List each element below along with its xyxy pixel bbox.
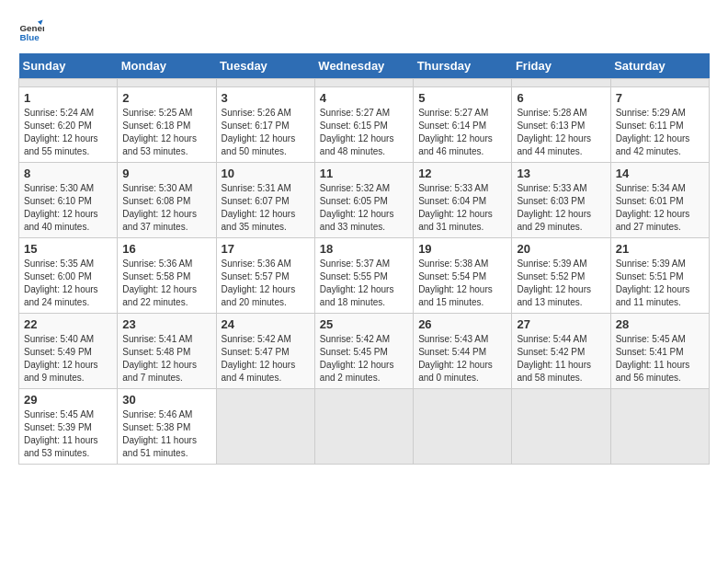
calendar-cell [512, 79, 610, 87]
day-number: 19 [418, 242, 506, 256]
calendar-cell [216, 79, 314, 87]
calendar-cell: 13 Sunrise: 5:33 AMSunset: 6:03 PMDaylig… [512, 163, 610, 238]
calendar-cell: 30 Sunrise: 5:46 AMSunset: 5:38 PMDaylig… [118, 389, 216, 465]
day-detail: Sunrise: 5:29 AMSunset: 6:11 PMDaylight:… [616, 107, 704, 158]
calendar-cell [414, 389, 512, 465]
day-detail: Sunrise: 5:35 AMSunset: 6:00 PMDaylight:… [24, 258, 112, 309]
calendar-cell [118, 79, 216, 87]
calendar-cell [610, 389, 709, 465]
day-header-tuesday: Tuesday [216, 53, 314, 79]
day-number: 9 [122, 167, 210, 180]
calendar-header-row: SundayMondayTuesdayWednesdayThursdayFrid… [19, 53, 710, 79]
logo-icon: General Blue [18, 18, 44, 44]
day-number: 22 [24, 317, 112, 331]
calendar-cell: 28 Sunrise: 5:45 AMSunset: 5:41 PMDaylig… [610, 314, 709, 389]
calendar-cell: 19 Sunrise: 5:38 AMSunset: 5:54 PMDaylig… [414, 238, 512, 314]
calendar-cell: 14 Sunrise: 5:34 AMSunset: 6:01 PMDaylig… [610, 163, 709, 238]
day-detail: Sunrise: 5:30 AMSunset: 6:10 PMDaylight:… [24, 182, 112, 234]
day-detail: Sunrise: 5:34 AMSunset: 6:01 PMDaylight:… [616, 182, 704, 234]
day-number: 11 [320, 167, 408, 180]
day-detail: Sunrise: 5:27 AMSunset: 6:15 PMDaylight:… [320, 107, 408, 158]
day-number: 3 [222, 91, 310, 105]
day-number: 24 [222, 317, 310, 331]
day-number: 28 [616, 317, 704, 331]
calendar-cell: 9 Sunrise: 5:30 AMSunset: 6:08 PMDayligh… [118, 163, 216, 238]
calendar-cell: 20 Sunrise: 5:39 AMSunset: 5:52 PMDaylig… [512, 238, 610, 314]
day-number: 14 [616, 167, 704, 180]
day-number: 18 [320, 242, 408, 256]
day-header-saturday: Saturday [610, 53, 709, 79]
day-detail: Sunrise: 5:41 AMSunset: 5:48 PMDaylight:… [122, 333, 210, 385]
day-detail: Sunrise: 5:31 AMSunset: 6:07 PMDaylight:… [222, 182, 310, 234]
calendar-cell: 27 Sunrise: 5:44 AMSunset: 5:42 PMDaylig… [512, 314, 610, 389]
day-number: 29 [24, 393, 112, 407]
day-number: 20 [517, 242, 605, 256]
calendar-week-4: 22 Sunrise: 5:40 AMSunset: 5:49 PMDaylig… [19, 314, 710, 389]
calendar-week-5: 29 Sunrise: 5:45 AMSunset: 5:39 PMDaylig… [19, 389, 710, 465]
day-header-monday: Monday [118, 53, 216, 79]
calendar-cell: 8 Sunrise: 5:30 AMSunset: 6:10 PMDayligh… [19, 163, 118, 238]
calendar-cell: 24 Sunrise: 5:42 AMSunset: 5:47 PMDaylig… [216, 314, 314, 389]
day-number: 26 [418, 317, 506, 331]
day-number: 10 [222, 167, 310, 180]
day-number: 12 [418, 167, 506, 180]
day-detail: Sunrise: 5:39 AMSunset: 5:52 PMDaylight:… [517, 258, 605, 309]
day-detail: Sunrise: 5:26 AMSunset: 6:17 PMDaylight:… [222, 107, 310, 158]
day-number: 30 [122, 393, 210, 407]
day-detail: Sunrise: 5:25 AMSunset: 6:18 PMDaylight:… [122, 107, 210, 158]
day-detail: Sunrise: 5:45 AMSunset: 5:41 PMDaylight:… [616, 333, 704, 385]
day-detail: Sunrise: 5:42 AMSunset: 5:47 PMDaylight:… [222, 333, 310, 385]
day-detail: Sunrise: 5:43 AMSunset: 5:44 PMDaylight:… [418, 333, 506, 385]
calendar-cell: 22 Sunrise: 5:40 AMSunset: 5:49 PMDaylig… [19, 314, 118, 389]
calendar-cell: 23 Sunrise: 5:41 AMSunset: 5:48 PMDaylig… [118, 314, 216, 389]
calendar-cell [512, 389, 610, 465]
day-detail: Sunrise: 5:28 AMSunset: 6:13 PMDaylight:… [517, 107, 605, 158]
calendar-cell: 16 Sunrise: 5:36 AMSunset: 5:58 PMDaylig… [118, 238, 216, 314]
day-number: 25 [320, 317, 408, 331]
calendar-week-0 [19, 79, 710, 87]
day-detail: Sunrise: 5:42 AMSunset: 5:45 PMDaylight:… [320, 333, 408, 385]
calendar-cell: 3 Sunrise: 5:26 AMSunset: 6:17 PMDayligh… [216, 87, 314, 163]
day-detail: Sunrise: 5:40 AMSunset: 5:49 PMDaylight:… [24, 333, 112, 385]
logo: General Blue [18, 18, 48, 44]
day-detail: Sunrise: 5:24 AMSunset: 6:20 PMDaylight:… [24, 107, 112, 158]
calendar-cell [19, 79, 118, 87]
day-number: 6 [517, 91, 605, 105]
day-header-wednesday: Wednesday [314, 53, 413, 79]
calendar-cell: 12 Sunrise: 5:33 AMSunset: 6:04 PMDaylig… [414, 163, 512, 238]
day-header-thursday: Thursday [414, 53, 512, 79]
day-detail: Sunrise: 5:46 AMSunset: 5:38 PMDaylight:… [122, 408, 210, 460]
calendar-cell: 10 Sunrise: 5:31 AMSunset: 6:07 PMDaylig… [216, 163, 314, 238]
calendar-cell: 6 Sunrise: 5:28 AMSunset: 6:13 PMDayligh… [512, 87, 610, 163]
day-number: 7 [616, 91, 704, 105]
day-number: 5 [418, 91, 506, 105]
day-number: 13 [517, 167, 605, 180]
day-number: 2 [122, 91, 210, 105]
day-header-sunday: Sunday [19, 53, 118, 79]
page-header: General Blue [18, 18, 710, 44]
day-detail: Sunrise: 5:45 AMSunset: 5:39 PMDaylight:… [24, 408, 112, 460]
day-number: 16 [122, 242, 210, 256]
day-number: 15 [24, 242, 112, 256]
day-header-friday: Friday [512, 53, 610, 79]
day-detail: Sunrise: 5:37 AMSunset: 5:55 PMDaylight:… [320, 258, 408, 309]
day-detail: Sunrise: 5:39 AMSunset: 5:51 PMDaylight:… [616, 258, 704, 309]
calendar-table: SundayMondayTuesdayWednesdayThursdayFrid… [18, 53, 710, 465]
calendar-cell [314, 389, 413, 465]
day-detail: Sunrise: 5:33 AMSunset: 6:03 PMDaylight:… [517, 182, 605, 234]
calendar-cell: 29 Sunrise: 5:45 AMSunset: 5:39 PMDaylig… [19, 389, 118, 465]
day-number: 1 [24, 91, 112, 105]
day-number: 21 [616, 242, 704, 256]
day-detail: Sunrise: 5:44 AMSunset: 5:42 PMDaylight:… [517, 333, 605, 385]
calendar-week-3: 15 Sunrise: 5:35 AMSunset: 6:00 PMDaylig… [19, 238, 710, 314]
calendar-cell: 11 Sunrise: 5:32 AMSunset: 6:05 PMDaylig… [314, 163, 413, 238]
day-detail: Sunrise: 5:32 AMSunset: 6:05 PMDaylight:… [320, 182, 408, 234]
calendar-cell [314, 79, 413, 87]
calendar-cell: 15 Sunrise: 5:35 AMSunset: 6:00 PMDaylig… [19, 238, 118, 314]
day-detail: Sunrise: 5:33 AMSunset: 6:04 PMDaylight:… [418, 182, 506, 234]
calendar-cell: 25 Sunrise: 5:42 AMSunset: 5:45 PMDaylig… [314, 314, 413, 389]
calendar-cell: 21 Sunrise: 5:39 AMSunset: 5:51 PMDaylig… [610, 238, 709, 314]
svg-text:Blue: Blue [19, 32, 40, 42]
day-number: 27 [517, 317, 605, 331]
calendar-cell: 7 Sunrise: 5:29 AMSunset: 6:11 PMDayligh… [610, 87, 709, 163]
